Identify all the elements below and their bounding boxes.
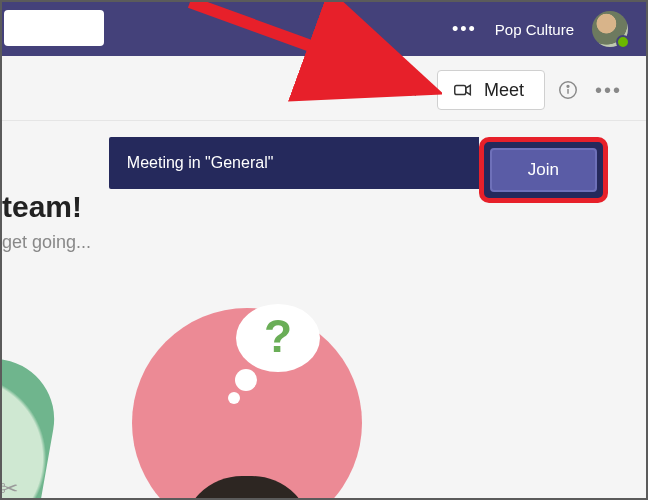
join-button-label: Join: [528, 160, 559, 179]
svg-point-7: [228, 392, 240, 404]
titlebar-more-icon[interactable]: •••: [452, 19, 477, 40]
annotation-highlight-box: Join: [479, 137, 608, 203]
svg-point-6: [235, 369, 257, 391]
svg-text:?: ?: [264, 310, 292, 362]
team-visibility-label: Team: [380, 82, 417, 99]
welcome-title: team!: [2, 190, 91, 224]
avatar[interactable]: [592, 11, 628, 47]
video-camera-icon: [452, 79, 474, 101]
info-icon: [557, 79, 579, 101]
search-input[interactable]: [4, 10, 104, 46]
team-name-label: Pop Culture: [495, 21, 574, 38]
meeting-banner: Meeting in "General": [109, 137, 479, 189]
eye-icon: [356, 81, 374, 99]
illustration-person: ?: [132, 308, 362, 500]
toolbar-more-icon[interactable]: •••: [591, 79, 626, 102]
meet-button-label: Meet: [484, 80, 524, 101]
meeting-banner-area: Meeting in "General" Join: [2, 121, 646, 203]
meeting-banner-text: Meeting in "General": [127, 154, 274, 172]
meet-button[interactable]: Meet: [437, 70, 545, 110]
join-button[interactable]: Join: [490, 148, 597, 192]
scissors-icon: ✂: [0, 476, 18, 500]
channel-toolbar: Team Meet •••: [2, 56, 646, 121]
svg-rect-1: [455, 85, 466, 94]
app-titlebar: ••• Pop Culture: [2, 2, 646, 56]
team-visibility-button[interactable]: Team: [346, 75, 427, 105]
svg-point-4: [567, 85, 569, 87]
welcome-block: team! get going...: [2, 190, 91, 253]
presence-available-icon: [616, 35, 630, 49]
welcome-subtitle: get going...: [2, 232, 91, 253]
svg-point-0: [363, 88, 368, 93]
thought-bubble-icon: ?: [212, 298, 332, 418]
info-button[interactable]: [555, 77, 581, 103]
